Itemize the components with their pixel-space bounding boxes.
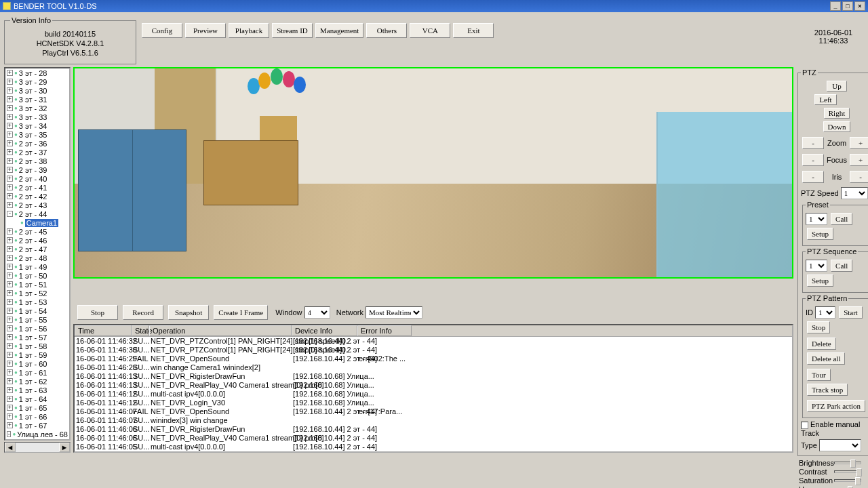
iris-close[interactable]: -: [802, 171, 824, 183]
manual-track-chk[interactable]: [801, 422, 808, 429]
focus-in[interactable]: +: [850, 154, 868, 166]
tree-item[interactable]: +●2 эт - 40: [5, 174, 69, 183]
log-row[interactable]: 16-06-01 11:46:12SU...multi-cast ipv4[0.…: [75, 390, 792, 399]
playback-button[interactable]: Playback: [229, 23, 269, 38]
seq-select[interactable]: 1: [806, 260, 827, 272]
exit-button[interactable]: Exit: [453, 23, 494, 38]
preset-select[interactable]: 1: [806, 213, 827, 225]
tree-item[interactable]: ●Camera1: [5, 439, 69, 441]
tree-item[interactable]: +●1 эт - 58: [5, 342, 69, 350]
tree-item[interactable]: +●1 эт - 55: [5, 315, 69, 324]
tree-item[interactable]: +●1 эт - 56: [5, 324, 69, 333]
device-tree[interactable]: +●3 эт - 28+●3 эт - 29+●3 эт - 30+●3 эт …: [4, 67, 71, 441]
tree-item[interactable]: +●3 эт - 33: [5, 113, 69, 121]
ptz-down[interactable]: Down: [823, 121, 851, 132]
log-row[interactable]: 16-06-01 11:46:06SU...NET_DVR_RigisterDr…: [75, 425, 792, 434]
track-stop[interactable]: Track stop: [807, 384, 848, 396]
tree-item[interactable]: +●2 эт - 45: [5, 227, 69, 236]
others-button[interactable]: Others: [366, 23, 407, 38]
pattern-stop[interactable]: Stop: [807, 321, 830, 333]
config-button[interactable]: Config: [142, 23, 182, 38]
tree-item[interactable]: +●3 эт - 28: [5, 68, 69, 77]
tree-item[interactable]: +●2 эт - 46: [5, 236, 69, 245]
focus-out[interactable]: -: [802, 154, 824, 166]
tree-item[interactable]: +●1 эт - 61: [5, 368, 69, 377]
management-button[interactable]: Management: [315, 23, 363, 38]
pattern-delete[interactable]: Delete: [807, 338, 836, 350]
brightness-slider[interactable]: [834, 462, 861, 464]
stop-button[interactable]: Stop: [77, 305, 118, 320]
tree-item[interactable]: +●2 эт - 47: [5, 245, 69, 253]
seq-setup[interactable]: Setup: [807, 274, 833, 287]
network-select[interactable]: Most Realtime: [366, 306, 422, 319]
tree-item[interactable]: +●1 эт - 49: [5, 262, 69, 271]
pattern-id[interactable]: 1: [815, 306, 835, 319]
pattern-delete-all[interactable]: Delete all: [807, 352, 845, 365]
tree-item[interactable]: +●3 эт - 34: [5, 121, 69, 130]
preset-setup[interactable]: Setup: [807, 228, 833, 240]
record-button[interactable]: Record: [123, 305, 163, 320]
tree-item[interactable]: +●1 эт - 57: [5, 333, 69, 342]
iframe-button[interactable]: Create I Frame: [214, 305, 268, 320]
tree-item[interactable]: +●1 эт - 54: [5, 306, 69, 315]
log-row[interactable]: 16-06-01 11:46:05SU...multi-cast ipv4[0.…: [75, 443, 792, 451]
seq-call[interactable]: Call: [831, 260, 852, 272]
snapshot-button[interactable]: Snapshot: [168, 305, 209, 320]
tree-item[interactable]: +●1 эт - 62: [5, 377, 69, 386]
log-row[interactable]: 16-06-01 11:46:13SU...NET_DVR_RealPlay_V…: [75, 381, 792, 390]
track-type[interactable]: [819, 439, 861, 451]
tree-item[interactable]: +●1 эт - 50: [5, 271, 69, 280]
ptz-up[interactable]: Up: [827, 81, 847, 92]
tree-item[interactable]: +●3 эт - 30: [5, 86, 69, 95]
log-row[interactable]: 16-06-01 11:46:12SU...NET_DVR_Login_V30[…: [75, 399, 792, 407]
tree-item[interactable]: +●1 эт - 66: [5, 412, 69, 421]
zoom-out[interactable]: -: [802, 137, 824, 149]
vca-button[interactable]: VCA: [410, 23, 450, 38]
contrast-slider[interactable]: [834, 470, 861, 473]
tree-item[interactable]: +●1 эт - 52: [5, 289, 69, 298]
tree-item[interactable]: +●2 эт - 41: [5, 183, 69, 192]
video-preview[interactable]: [73, 67, 793, 279]
maximize-button[interactable]: □: [842, 1, 853, 11]
tree-item[interactable]: -●2 эт - 44: [5, 209, 69, 218]
iris-open[interactable]: -: [850, 171, 868, 183]
tree-item[interactable]: +●3 эт - 31: [5, 95, 69, 104]
pattern-tour[interactable]: Tour: [807, 369, 831, 381]
minimize-button[interactable]: _: [830, 1, 841, 11]
log-row[interactable]: 16-06-01 11:46:06SU...NET_DVR_RealPlay_V…: [75, 434, 792, 443]
log-row[interactable]: 16-06-01 11:46:07FAILNET_DVR_OpenSound[1…: [75, 407, 792, 416]
tree-item[interactable]: +●1 эт - 65: [5, 403, 69, 412]
tree-item[interactable]: +●2 эт - 36: [5, 139, 69, 148]
log-row[interactable]: 16-06-01 11:46:30SU...NET_DVR_PTZControl…: [75, 346, 792, 354]
preset-call[interactable]: Call: [831, 213, 852, 225]
tree-item[interactable]: +●2 эт - 37: [5, 148, 69, 157]
tree-item[interactable]: +●1 эт - 51: [5, 280, 69, 289]
tree-item[interactable]: +●2 эт - 39: [5, 165, 69, 174]
tree-item[interactable]: +●1 эт - 64: [5, 394, 69, 403]
log-row[interactable]: 16-06-01 11:46:28SU...win change Camera1…: [75, 363, 792, 372]
tree-item[interactable]: +●1 эт - 60: [5, 359, 69, 368]
tree-item[interactable]: +●3 эт - 32: [5, 104, 69, 113]
tree-item[interactable]: ●Camera1: [5, 218, 69, 227]
preview-button[interactable]: Preview: [185, 23, 226, 38]
ptz-left[interactable]: Left: [814, 94, 836, 105]
ptz-right[interactable]: Right: [824, 108, 850, 119]
stream-id-button[interactable]: Stream ID: [272, 23, 313, 38]
ptz-speed[interactable]: 1: [841, 187, 868, 199]
tree-item[interactable]: +●1 эт - 59: [5, 350, 69, 359]
tree-item[interactable]: +●1 эт - 63: [5, 386, 69, 394]
zoom-in[interactable]: +: [850, 137, 868, 149]
tree-item[interactable]: +●2 эт - 42: [5, 192, 69, 201]
tree-item[interactable]: +●1 эт - 53: [5, 298, 69, 306]
saturation-slider[interactable]: [834, 479, 861, 482]
log-row[interactable]: 16-06-01 11:46:07SU...winindex[3] win ch…: [75, 416, 792, 425]
log-row[interactable]: 16-06-01 11:46:32SU...NET_DVR_PTZControl…: [75, 337, 792, 346]
tree-item[interactable]: +●3 эт - 29: [5, 77, 69, 86]
tree-item[interactable]: +●2 эт - 48: [5, 253, 69, 262]
tree-item[interactable]: -●Улица лев - 68: [5, 430, 69, 439]
window-select[interactable]: 4: [304, 306, 330, 319]
log-row[interactable]: 16-06-01 11:46:29FAILNET_DVR_OpenSound[1…: [75, 354, 792, 363]
pattern-start[interactable]: Start: [839, 306, 863, 319]
tree-item[interactable]: +●2 эт - 43: [5, 201, 69, 209]
close-button[interactable]: ×: [854, 1, 865, 11]
